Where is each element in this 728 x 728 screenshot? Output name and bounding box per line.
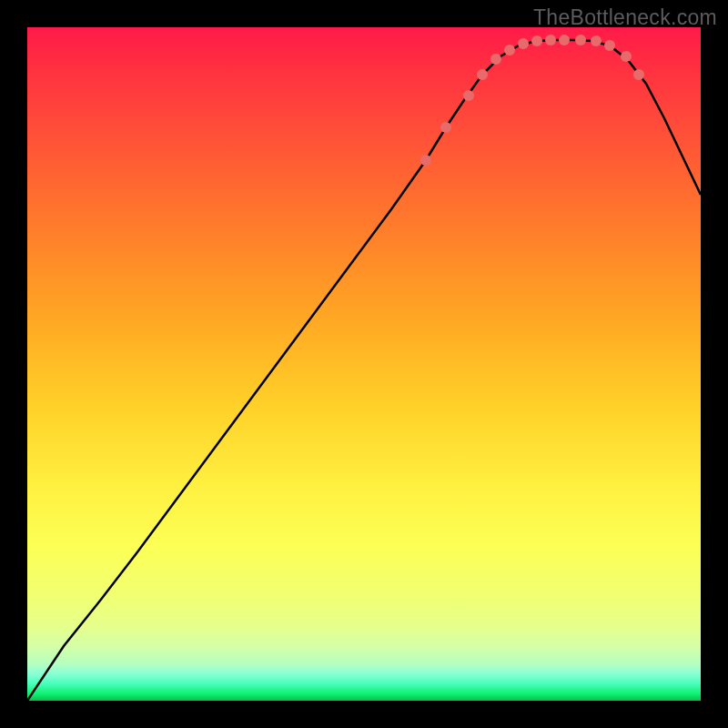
marker-dot [463, 90, 474, 101]
marker-dot [531, 35, 542, 46]
chart-frame: TheBottleneck.com [0, 0, 728, 728]
marker-dot [477, 69, 488, 80]
marker-dot [575, 35, 586, 46]
plot-area [27, 27, 701, 701]
bottleneck-curve [27, 27, 701, 701]
curve-markers [420, 35, 644, 166]
marker-dot [490, 54, 501, 65]
marker-dot [621, 51, 632, 62]
marker-dot [591, 35, 602, 46]
watermark-text: TheBottleneck.com [533, 5, 717, 30]
marker-dot [518, 38, 529, 49]
marker-dot [604, 40, 615, 51]
marker-dot [545, 35, 556, 46]
curve-line [27, 40, 701, 701]
marker-dot [559, 35, 570, 46]
marker-dot [504, 45, 515, 56]
marker-dot [633, 69, 644, 80]
marker-dot [440, 122, 451, 133]
marker-dot [420, 155, 431, 166]
